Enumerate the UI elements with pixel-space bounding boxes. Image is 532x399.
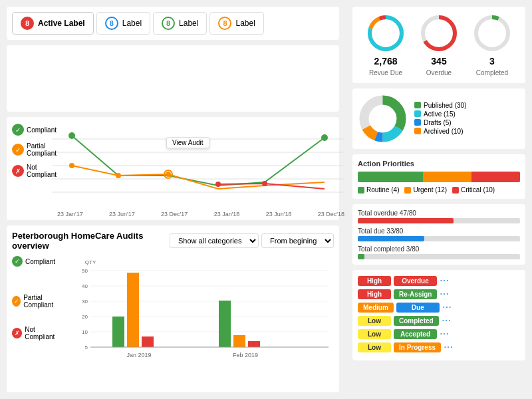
noncompliant-bar-legend: ✗ Not Compliant <box>12 326 65 340</box>
status-badge-1: Overdue <box>394 276 437 286</box>
published-dot <box>414 102 421 108</box>
svg-rect-27 <box>127 273 139 347</box>
tab-label-1: Active Label <box>38 19 85 28</box>
urgent-dot <box>404 187 411 194</box>
line-chart-svg <box>52 122 344 209</box>
status-badge-2: Re-Assign <box>394 289 437 299</box>
completed-progress-bg <box>358 254 520 259</box>
period-dropdown[interactable]: From begining <box>261 233 334 248</box>
overdue-progress-bg <box>358 218 520 223</box>
priority-badge-2: High <box>358 289 391 299</box>
tab-label-4-container[interactable]: 8 Label <box>209 12 263 35</box>
revue-due-label: Revue Due <box>369 69 402 76</box>
tabs-container: 8 Active Label 8 Label 8 Label 8 Label <box>7 7 339 40</box>
compliant-label: Compliant <box>27 126 57 134</box>
critical-legend: Critical (10) <box>452 186 495 194</box>
compliant-bar-icon: ✓ <box>12 256 23 267</box>
overdue-progress-label: Total overdue 47/80 <box>358 209 520 217</box>
progress-section: Total overdue 47/80 Total due 33/80 Tota… <box>352 204 525 265</box>
more-icon-5[interactable]: ⋯ <box>440 329 449 339</box>
tab-label-3: Label <box>179 19 198 28</box>
overdue-donut <box>419 13 459 53</box>
overview-header: Peterborough HomeCare Audits overview Sh… <box>12 231 334 251</box>
priority-bar <box>358 172 520 182</box>
overdue-progress: Total overdue 47/80 <box>358 209 520 223</box>
overdue-progress-fill <box>358 218 454 223</box>
completed-progress: Total completed 3/80 <box>358 245 520 259</box>
noncompliant-legend: ✗ NotCompliant <box>12 164 57 178</box>
overview-controls: Show all categories From begining <box>170 233 334 248</box>
category-dropdown[interactable]: Show all categories <box>170 233 259 248</box>
more-icon-6[interactable]: ⋯ <box>444 342 453 352</box>
compliant-legend: ✓ Compliant <box>12 124 57 136</box>
overdue-value: 345 <box>431 56 446 66</box>
compliant-bar-legend: ✓ Compliant <box>12 256 65 267</box>
right-panel: 2,768 Revue Due 345 Overdue 3 Complete <box>346 0 532 399</box>
svg-text:50: 50 <box>82 268 88 274</box>
revue-due-value: 2,768 <box>374 56 397 66</box>
partial-bar-icon: ✓ <box>12 296 21 307</box>
action-row-5: Low Accepted ⋯ <box>358 329 520 339</box>
overdue-label: Overdue <box>426 69 452 76</box>
status-badge-3: Due <box>396 303 440 313</box>
noncompliant-label: NotCompliant <box>27 164 57 178</box>
tab-active-label[interactable]: 8 Active Label <box>12 12 94 35</box>
overview-section: Peterborough HomeCare Audits overview Sh… <box>7 225 339 392</box>
active-dot <box>414 110 421 117</box>
bar-compliance-legend: ✓ Compliant ✓ Partial Compliant ✗ Not Co… <box>12 256 65 361</box>
revue-due-donut <box>366 13 406 53</box>
status-badge-5: Accepted <box>394 329 437 339</box>
due-progress: Total due 33/80 <box>358 227 520 241</box>
archived-dot <box>414 128 421 134</box>
routine-bar <box>358 172 423 182</box>
more-icon-3[interactable]: ⋯ <box>442 302 452 313</box>
routine-dot <box>358 187 364 194</box>
svg-point-41 <box>476 17 508 49</box>
tab-badge-4: 8 <box>218 17 231 30</box>
svg-rect-32 <box>248 341 260 347</box>
svg-point-9 <box>166 172 171 177</box>
active-legend: Active (15) <box>414 110 466 118</box>
more-icon-4[interactable]: ⋯ <box>442 315 451 326</box>
donut-legend: Published (30) Active (15) Drafts (5) Ar… <box>414 102 466 136</box>
critical-bar <box>471 172 520 182</box>
completed-donut <box>472 13 512 53</box>
line-chart-container: ✓ Compliant ✓ PartialCompliant ✗ NotComp… <box>7 117 339 220</box>
svg-point-6 <box>321 134 328 141</box>
priority-badge-5: Low <box>358 329 391 339</box>
completed-value: 3 <box>489 56 495 66</box>
svg-text:40: 40 <box>82 283 88 289</box>
partial-icon: ✓ <box>12 144 24 156</box>
action-row-1: High Overdue ⋯ <box>358 275 520 286</box>
tab-label-3-container[interactable]: 8 Label <box>153 12 207 35</box>
urgent-legend: Urgent (12) <box>404 186 447 194</box>
completed-label: Completed <box>476 69 508 76</box>
svg-text:5: 5 <box>85 344 88 350</box>
tab-label-4: Label <box>235 19 255 28</box>
svg-point-12 <box>262 181 267 186</box>
status-badge-4: Completed <box>394 316 439 326</box>
more-icon-2[interactable]: ⋯ <box>440 289 449 299</box>
svg-text:Jan 2019: Jan 2019 <box>126 352 151 358</box>
tab-badge-3: 8 <box>162 17 175 30</box>
view-audit-tooltip: View Audit <box>166 137 209 148</box>
due-progress-bg <box>358 236 520 241</box>
action-row-6: Low In Progress ⋯ <box>358 342 520 352</box>
x-axis-labels: 23 Jan'17 23 Jun'17 23 Dec'17 23 Jan'18 … <box>57 211 344 217</box>
overview-content: ✓ Compliant ✓ Partial Compliant ✗ Not Co… <box>12 256 334 361</box>
status-badge-6: In Progress <box>394 342 441 352</box>
drafts-legend: Drafts (5) <box>414 119 466 126</box>
action-row-2: High Re-Assign ⋯ <box>358 289 520 299</box>
noncompliant-bar-icon: ✗ <box>12 328 22 338</box>
svg-rect-31 <box>233 335 245 347</box>
revue-due-stat: 2,768 Revue Due <box>366 13 406 76</box>
svg-point-5 <box>68 132 75 139</box>
published-legend: Published (30) <box>414 102 466 109</box>
more-icon-1[interactable]: ⋯ <box>440 275 449 286</box>
archived-legend: Archived (10) <box>414 128 466 135</box>
critical-dot <box>452 187 459 194</box>
svg-point-7 <box>69 163 74 168</box>
svg-point-48 <box>370 106 396 132</box>
priority-badge-1: High <box>358 276 391 286</box>
tab-label-2-container[interactable]: 8 Label <box>96 12 150 35</box>
